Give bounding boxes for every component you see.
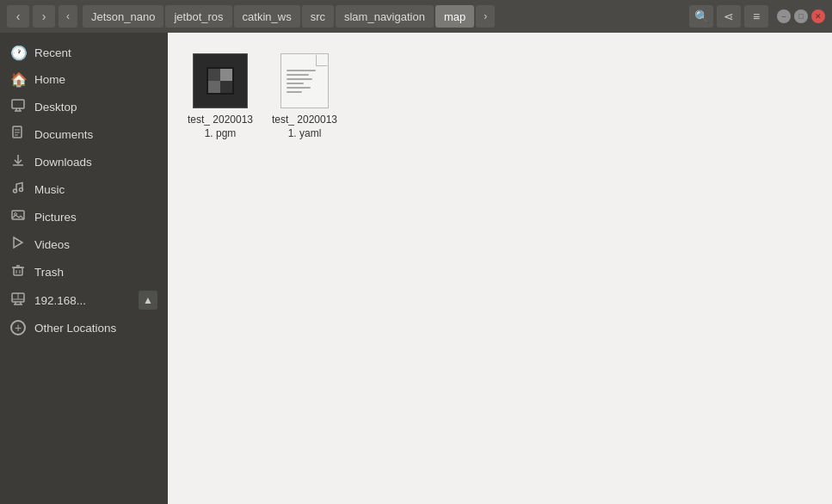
sidebar-item-network[interactable]: 192.168... ▲ (0, 286, 168, 315)
sidebar-item-videos[interactable]: Videos (0, 230, 168, 258)
svg-rect-15 (14, 267, 22, 275)
titlebar-actions: 🔍 ⋖ ≡ (689, 5, 768, 28)
svg-rect-0 (12, 100, 24, 108)
minimize-button[interactable]: – (777, 9, 791, 23)
svg-rect-31 (220, 81, 232, 93)
network-icon (10, 292, 26, 309)
view-grid-button[interactable]: ⋖ (717, 5, 741, 28)
sidebar-pictures-label: Pictures (34, 211, 77, 224)
plus-icon: + (10, 320, 26, 335)
breadcrumb-map[interactable]: map (435, 5, 474, 28)
sidebar-item-home[interactable]: 🏠 Home (0, 66, 168, 93)
sidebar-item-pictures[interactable]: Pictures (0, 203, 168, 230)
pgm-icon (193, 53, 248, 108)
nav-back-button[interactable]: ‹ (7, 5, 29, 28)
sidebar-item-documents[interactable]: Documents (0, 120, 168, 148)
videos-icon (10, 236, 26, 253)
search-icon: 🔍 (694, 9, 709, 23)
list-view-icon: ≡ (753, 9, 760, 23)
breadcrumb: Jetson_nano jetbot_ros catkin_ws src sla… (83, 5, 686, 28)
grid-view-icon: ⋖ (724, 9, 734, 23)
close-button[interactable]: ✕ (811, 9, 825, 23)
recent-icon: 🕐 (10, 45, 26, 61)
sidebar-trash-label: Trash (34, 266, 64, 279)
sidebar-item-trash[interactable]: Trash (0, 258, 168, 286)
breadcrumb-catkin-ws[interactable]: catkin_ws (234, 5, 300, 28)
breadcrumb-jetson-nano[interactable]: Jetson_nano (83, 5, 163, 28)
file-grid: test_ 20200131. pgm (182, 46, 818, 147)
sidebar-videos-label: Videos (34, 238, 70, 251)
sidebar-item-recent[interactable]: 🕐 Recent (0, 40, 168, 66)
breadcrumb-more-button[interactable]: ‹ (59, 5, 77, 28)
sidebar-music-label: Music (34, 183, 65, 196)
file-item-yaml[interactable]: test_ 20200131. yaml (266, 46, 343, 147)
sidebar-recent-label: Recent (34, 46, 71, 59)
sidebar-other-label: Other Locations (34, 322, 116, 335)
desktop-icon (10, 98, 26, 115)
sidebar-documents-label: Documents (34, 128, 93, 141)
maximize-button[interactable]: □ (794, 9, 808, 23)
svg-rect-30 (208, 81, 220, 93)
yaml-filename: test_ 20200131. yaml (269, 114, 340, 140)
documents-icon (10, 126, 26, 143)
sidebar-network-label: 192.168... (34, 294, 86, 307)
window-controls: – □ ✕ (777, 9, 825, 23)
breadcrumb-src[interactable]: src (302, 5, 334, 28)
music-icon (10, 181, 26, 198)
svg-rect-28 (208, 69, 220, 81)
sidebar-item-music[interactable]: Music (0, 175, 168, 203)
search-button[interactable]: 🔍 (689, 5, 713, 28)
breadcrumb-jetbot-ros[interactable]: jetbot_ros (165, 5, 231, 28)
pgm-filename: test_ 20200131. pgm (185, 114, 256, 140)
sidebar-item-other-locations[interactable]: + Other Locations (0, 315, 168, 341)
sidebar-desktop-label: Desktop (34, 101, 77, 114)
sidebar: 🕐 Recent 🏠 Home Desktop (0, 33, 168, 504)
titlebar: ‹ › ‹ Jetson_nano jetbot_ros catkin_ws s… (0, 0, 832, 33)
breadcrumb-slam-navigation[interactable]: slam_navigation (336, 5, 434, 28)
sidebar-item-downloads[interactable]: Downloads (0, 148, 168, 175)
eject-button[interactable]: ▲ (139, 291, 157, 310)
main-area: 🕐 Recent 🏠 Home Desktop (0, 33, 832, 504)
pictures-icon (10, 208, 26, 225)
sidebar-item-desktop[interactable]: Desktop (0, 93, 168, 120)
yaml-icon (280, 53, 329, 108)
view-list-button[interactable]: ≡ (744, 5, 768, 28)
home-icon: 🏠 (10, 71, 26, 88)
svg-point-11 (20, 188, 23, 192)
file-item-pgm[interactable]: test_ 20200131. pgm (182, 46, 259, 147)
sidebar-downloads-label: Downloads (34, 156, 92, 169)
content-area: test_ 20200131. pgm (168, 33, 832, 504)
sidebar-home-label: Home (34, 73, 65, 86)
svg-marker-14 (14, 237, 22, 248)
downloads-icon (10, 153, 26, 170)
breadcrumb-expand-button[interactable]: › (476, 5, 495, 28)
svg-rect-29 (220, 69, 232, 81)
trash-icon (10, 263, 26, 280)
svg-point-10 (14, 189, 17, 193)
nav-forward-button[interactable]: › (33, 5, 55, 28)
